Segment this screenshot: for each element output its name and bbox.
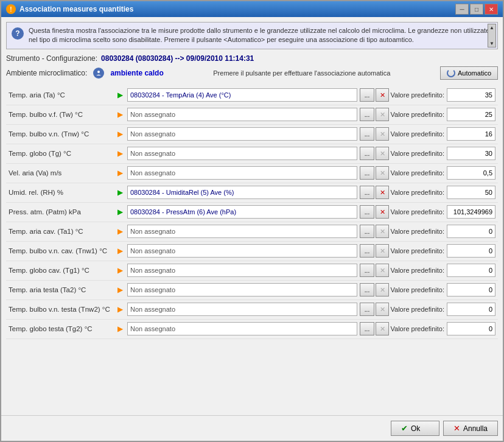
valore-predefinito-input[interactable] (447, 88, 495, 102)
cancel-icon: ✕ (453, 424, 460, 433)
valore-predefinito-input[interactable] (447, 127, 495, 141)
valore-predefinito-label: Valore predefinito: (389, 325, 447, 332)
scroll-up-arrow[interactable]: ▲ (488, 24, 495, 31)
automatico-button[interactable]: Automatico (440, 66, 498, 80)
valore-predefinito-input[interactable] (447, 186, 495, 199)
measure-name: Temp. bulbo v.n. cav. (Tnw1) °C (9, 247, 115, 254)
valore-predefinito-label: Valore predefinito: (389, 111, 447, 118)
value-field[interactable] (127, 127, 357, 141)
table-row: Press. atm. (Patm) kPa ▶ ... ✕ Valore pr… (6, 203, 498, 222)
browse-button[interactable]: ... (360, 166, 374, 180)
value-field[interactable] (127, 88, 357, 102)
valore-predefinito-input[interactable] (447, 225, 495, 238)
browse-button[interactable]: ... (360, 186, 374, 199)
valore-predefinito-input[interactable] (447, 322, 495, 335)
measure-name: Temp. aria cav. (Ta1) °C (9, 228, 115, 235)
clear-button[interactable]: ✕ (376, 322, 389, 335)
title-buttons: ─ □ ✕ (455, 4, 498, 15)
value-field[interactable] (127, 166, 357, 180)
clear-button[interactable]: ✕ (376, 225, 389, 238)
clear-button[interactable]: ✕ (376, 205, 389, 219)
clear-button[interactable]: ✕ (376, 166, 389, 180)
valore-predefinito-input[interactable] (447, 264, 495, 277)
table-row: Temp. aria testa (Ta2) °C ▶ ... ✕ Valore… (6, 281, 498, 300)
clear-button[interactable]: ✕ (376, 88, 389, 102)
clear-button[interactable]: ✕ (376, 186, 389, 199)
table-row: Temp. bulbo v.n. (Tnw) °C ▶ ... ✕ Valore… (6, 125, 498, 144)
table-row: Temp. globo (Tg) °C ▶ ... ✕ Valore prede… (6, 144, 498, 164)
valore-predefinito-label: Valore predefinito: (389, 189, 447, 196)
arrow-indicator: ▶ (115, 324, 125, 333)
arrow-indicator: ▶ (115, 169, 125, 177)
measure-name: Temp. bulbo v.n. testa (Tnw2) °C (9, 306, 115, 313)
measure-name: Press. atm. (Patm) kPa (9, 208, 115, 216)
arrow-indicator: ▶ (115, 305, 125, 314)
browse-button[interactable]: ... (360, 322, 374, 335)
measures-container: Temp. aria (Ta) °C ▶ ... ✕ Valore predef… (6, 86, 498, 410)
measure-name: Temp. globo testa (Tg2) °C (9, 325, 115, 332)
value-field[interactable] (127, 264, 357, 277)
main-window: ! Association measures quantities ─ □ ✕ … (0, 0, 504, 442)
measure-name: Temp. aria (Ta) °C (9, 91, 115, 99)
table-row: Temp. aria (Ta) °C ▶ ... ✕ Valore predef… (6, 86, 498, 105)
valore-predefinito-input[interactable] (447, 303, 495, 316)
value-field[interactable] (127, 205, 357, 219)
value-field[interactable] (127, 108, 357, 121)
valore-predefinito-input[interactable] (447, 108, 495, 121)
value-field[interactable] (127, 303, 357, 316)
valore-predefinito-input[interactable] (447, 147, 495, 160)
valore-predefinito-label: Valore predefinito: (389, 228, 447, 235)
browse-button[interactable]: ... (360, 108, 374, 121)
ok-label: Ok (411, 424, 420, 433)
valore-predefinito-input[interactable] (447, 283, 495, 296)
browse-button[interactable]: ... (360, 264, 374, 277)
table-row: Temp. bulbo v.n. cav. (Tnw1) °C ▶ ... ✕ … (6, 242, 498, 261)
maximize-button[interactable]: □ (470, 4, 483, 15)
value-field[interactable] (127, 186, 357, 199)
arrow-indicator: ▶ (115, 208, 125, 216)
browse-button[interactable]: ... (360, 283, 374, 296)
clear-button[interactable]: ✕ (376, 108, 389, 121)
table-row: Temp. bulbo v.f. (Tw) °C ▶ ... ✕ Valore … (6, 105, 498, 125)
table-row: Temp. globo testa (Tg2) °C ▶ ... ✕ Valor… (6, 320, 498, 339)
minimize-button[interactable]: ─ (455, 4, 469, 15)
window-icon: ! (6, 4, 16, 14)
browse-button[interactable]: ... (360, 127, 374, 141)
clear-button[interactable]: ✕ (376, 244, 389, 258)
clear-button[interactable]: ✕ (376, 283, 389, 296)
browse-button[interactable]: ... (360, 244, 374, 258)
arrow-indicator: ▶ (115, 227, 125, 236)
clear-button[interactable]: ✕ (376, 303, 389, 316)
value-field[interactable] (127, 322, 357, 335)
scroll-down-arrow[interactable]: ▼ (488, 40, 495, 47)
title-bar: ! Association measures quantities ─ □ ✕ (1, 1, 503, 17)
valore-predefinito-input[interactable] (447, 166, 495, 180)
cancel-button[interactable]: ✕ Annulla (443, 421, 498, 436)
close-button[interactable]: ✕ (485, 4, 498, 15)
table-row: Temp. aria cav. (Ta1) °C ▶ ... ✕ Valore … (6, 222, 498, 242)
strumento-row: Strumento - Configurazione: 08030284 (08… (6, 54, 498, 63)
valore-predefinito-input[interactable] (447, 244, 495, 258)
browse-button[interactable]: ... (360, 88, 374, 102)
value-field[interactable] (127, 244, 357, 258)
info-scrollbar[interactable]: ▲ ▼ (488, 24, 496, 47)
browse-button[interactable]: ... (360, 205, 374, 219)
clear-button[interactable]: ✕ (376, 127, 389, 141)
clear-button[interactable]: ✕ (376, 147, 389, 160)
browse-button[interactable]: ... (360, 303, 374, 316)
value-field[interactable] (127, 225, 357, 238)
ok-button[interactable]: ✔ Ok (391, 421, 439, 436)
value-field[interactable] (127, 283, 357, 296)
browse-button[interactable]: ... (360, 147, 374, 160)
valore-predefinito-label: Valore predefinito: (389, 306, 447, 313)
value-field[interactable] (127, 147, 357, 160)
clear-button[interactable]: ✕ (376, 264, 389, 277)
content-area: ? Questa finestra mostra l'associazione … (1, 17, 503, 415)
info-icon: ? (12, 27, 24, 40)
ok-icon: ✔ (401, 424, 408, 433)
browse-button[interactable]: ... (360, 225, 374, 238)
bottom-bar: ✔ Ok ✕ Annulla (1, 415, 503, 441)
valore-predefinito-input[interactable] (447, 205, 495, 219)
valore-predefinito-label: Valore predefinito: (389, 286, 447, 293)
ambiente-icon (93, 68, 104, 79)
